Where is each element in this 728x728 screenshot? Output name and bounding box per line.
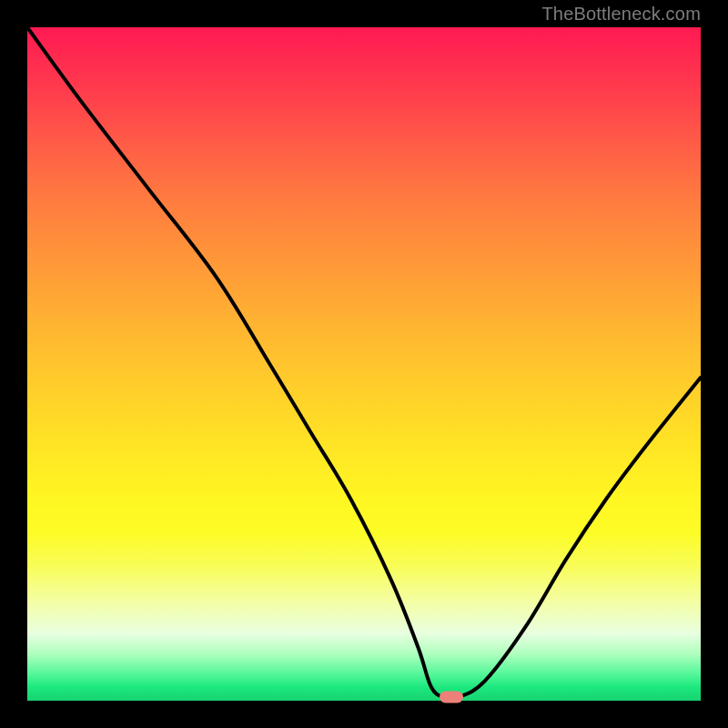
optimum-marker [440,691,463,703]
curve-svg [27,27,701,701]
chart-container: TheBottleneck.com [0,0,728,728]
watermark-text: TheBottleneck.com [541,4,701,25]
bottleneck-curve [27,27,701,699]
